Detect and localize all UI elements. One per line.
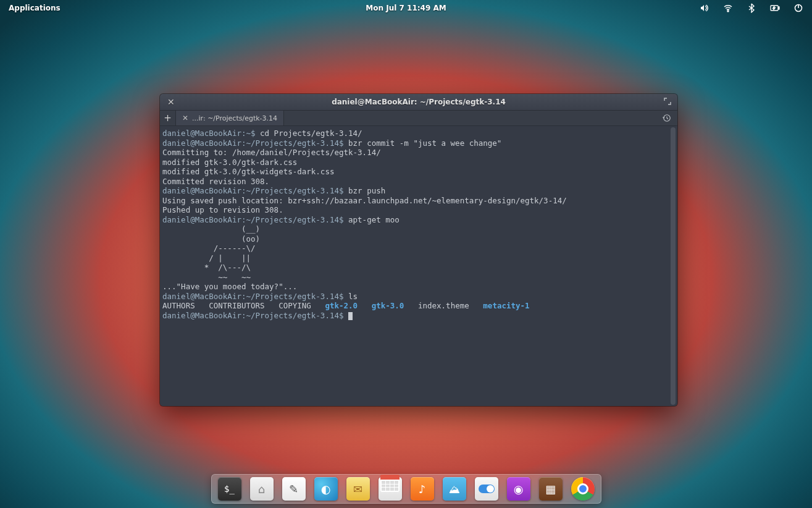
battery-icon[interactable] [770, 3, 780, 13]
dock-music[interactable]: ♪ [411, 477, 434, 501]
svg-rect-2 [779, 7, 780, 9]
tab-bar: + ✕ ...ir: ~/Projects/egtk-3.14 [160, 111, 677, 126]
window-title: daniel@MacBookAir: ~/Projects/egtk-3.14 [160, 98, 677, 106]
system-indicators [700, 3, 803, 13]
dock-files[interactable]: ⌂ [250, 477, 274, 501]
dock: $_ ⌂ ✎ ◐ ✉ ♪ ⛰ ◉ ▦ [211, 474, 601, 504]
applications-menu[interactable]: Applications [9, 4, 61, 12]
tab-close-icon[interactable]: ✕ [182, 114, 188, 122]
dock-calendar[interactable] [379, 477, 402, 501]
dock-switchboard[interactable] [475, 477, 498, 501]
dock-photos[interactable]: ⛰ [443, 477, 466, 501]
dock-chrome[interactable] [571, 477, 595, 501]
terminal-body[interactable]: daniel@MacBookAir:~$ cd Projects/egtk-3.… [160, 126, 677, 406]
window-titlebar[interactable]: ✕ daniel@MacBookAir: ~/Projects/egtk-3.1… [160, 94, 677, 111]
maximize-icon[interactable] [664, 98, 671, 107]
new-tab-button[interactable]: + [160, 111, 176, 125]
tab-history-button[interactable] [656, 111, 677, 125]
dock-podcast[interactable]: ◉ [507, 477, 530, 501]
dock-text-editor[interactable]: ✎ [282, 477, 306, 501]
close-icon[interactable]: ✕ [167, 97, 175, 107]
top-panel: Applications Mon Jul 7 11:49 AM [0, 0, 812, 16]
dock-minecraft[interactable]: ▦ [539, 477, 563, 501]
dock-terminal[interactable]: $_ [218, 477, 241, 501]
terminal-cursor [348, 312, 353, 320]
terminal-tab[interactable]: ✕ ...ir: ~/Projects/egtk-3.14 [176, 111, 284, 125]
dock-web-browser[interactable]: ◐ [314, 477, 338, 501]
power-icon[interactable] [793, 3, 803, 13]
scrollbar[interactable] [670, 127, 676, 405]
clock[interactable]: Mon Jul 7 11:49 AM [0, 4, 812, 12]
bluetooth-icon[interactable] [747, 3, 756, 13]
tab-label: ...ir: ~/Projects/egtk-3.14 [192, 114, 277, 122]
svg-marker-3 [773, 6, 776, 10]
wifi-icon[interactable] [723, 3, 733, 13]
dock-mail[interactable]: ✉ [346, 477, 370, 501]
volume-icon[interactable] [700, 3, 709, 13]
svg-point-0 [727, 11, 729, 12]
terminal-window: ✕ daniel@MacBookAir: ~/Projects/egtk-3.1… [160, 94, 677, 406]
terminal-output: daniel@MacBookAir:~$ cd Projects/egtk-3.… [162, 129, 675, 320]
